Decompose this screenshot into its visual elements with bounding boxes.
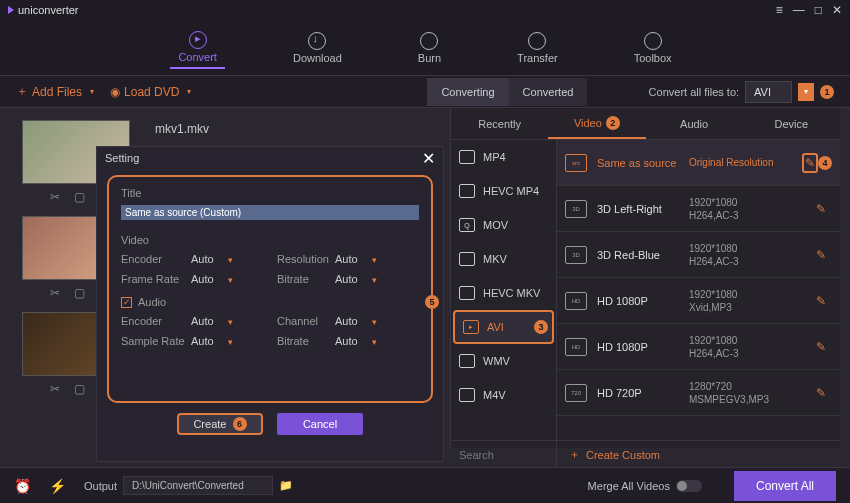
tab-video[interactable]: Video2 (548, 108, 645, 139)
flash-icon[interactable]: ⚡ (49, 478, 66, 494)
format-m4v[interactable]: M4V (451, 378, 556, 412)
toolbar: ＋ Add Files▾ ◉ Load DVD▾ Converting Conv… (0, 76, 850, 108)
resolution-list: src Same as source Original Resolution ✎… (557, 140, 840, 440)
tab-converted[interactable]: Converted (509, 78, 588, 106)
video-section-label: Video (121, 234, 419, 246)
close-icon[interactable]: ✕ (422, 149, 435, 168)
cut-icon[interactable]: ✂ (50, 190, 60, 204)
audio-encoder-label: Encoder (121, 315, 191, 327)
app-name: uniconverter (18, 4, 79, 16)
nav-transfer[interactable]: Transfer (509, 28, 566, 68)
file-icon (459, 252, 475, 266)
resolution-item[interactable]: HDHD 1080P1920*1080H264,AC-3✎ (557, 324, 840, 370)
audio-checkbox[interactable]: ✓ (121, 297, 132, 308)
audio-encoder-select[interactable]: Auto (191, 314, 249, 328)
video-encoder-select[interactable]: Auto (191, 252, 249, 266)
merge-label: Merge All Videos (588, 480, 670, 492)
file-name: mkv1.mkv (155, 122, 209, 136)
framerate-label: Frame Rate (121, 273, 191, 285)
close-icon[interactable]: ✕ (832, 3, 842, 17)
resolution-item[interactable]: 3D3D Red-Blue1920*1080H264,AC-3✎ (557, 232, 840, 278)
alarm-icon[interactable]: ⏰ (14, 478, 31, 494)
audio-bitrate-label: Bitrate (277, 335, 335, 347)
step-badge-3: 3 (534, 320, 548, 334)
audio-bitrate-select[interactable]: Auto (335, 334, 393, 348)
format-mkv[interactable]: MKV (451, 242, 556, 276)
resolution-item[interactable]: HDHD 1080P1920*1080Xvid,MP3✎ (557, 278, 840, 324)
download-icon (308, 32, 326, 50)
setting-dialog: Setting ✕ Title Video Encoder Auto Resol… (96, 146, 444, 462)
preset-icon: HD (565, 292, 587, 310)
samplerate-select[interactable]: Auto (191, 334, 249, 348)
create-button[interactable]: Create 6 (177, 413, 263, 435)
title-input[interactable] (121, 205, 419, 220)
output-label: Output (84, 480, 117, 492)
cancel-button[interactable]: Cancel (277, 413, 363, 435)
menu-icon[interactable]: ≡ (776, 3, 783, 17)
format-avi[interactable]: ▸AVI3 (453, 310, 554, 344)
tab-recently[interactable]: Recently (451, 108, 548, 139)
maximize-icon[interactable]: □ (815, 3, 822, 17)
preset-icon: src (565, 154, 587, 172)
format-select[interactable]: AVI (745, 81, 792, 103)
resolution-select[interactable]: Auto (335, 252, 393, 266)
cut-icon[interactable]: ✂ (50, 286, 60, 300)
format-mov[interactable]: QMOV (451, 208, 556, 242)
channel-select[interactable]: Auto (335, 314, 393, 328)
dialog-title: Setting (105, 152, 139, 164)
format-hevc-mp4[interactable]: HEVC MP4 (451, 174, 556, 208)
tab-audio[interactable]: Audio (646, 108, 743, 139)
format-mp4[interactable]: MP4 (451, 140, 556, 174)
minimize-icon[interactable]: — (793, 3, 805, 17)
cut-icon[interactable]: ✂ (50, 382, 60, 396)
convert-icon (189, 31, 207, 49)
step-badge-4: 4 (818, 156, 832, 170)
crop-icon[interactable]: ▢ (74, 190, 85, 204)
nav-burn[interactable]: Burn (410, 28, 449, 68)
output-path[interactable]: D:\UniConvert\Converted (123, 476, 273, 495)
bitrate-label: Bitrate (277, 273, 335, 285)
edit-icon[interactable]: ✎ (816, 340, 832, 354)
edit-icon[interactable]: ✎ (816, 386, 832, 400)
tab-device[interactable]: Device (743, 108, 840, 139)
edit-icon[interactable]: ✎ (816, 202, 832, 216)
format-dropdown-button[interactable]: ▾ (798, 83, 814, 101)
nav-convert[interactable]: Convert (170, 27, 225, 69)
toolbox-icon (644, 32, 662, 50)
preset-icon: HD (565, 338, 587, 356)
nav-toolbox[interactable]: Toolbox (626, 28, 680, 68)
title-label: Title (121, 187, 419, 199)
search-input[interactable]: Search (451, 441, 557, 468)
resolution-item[interactable]: src Same as source Original Resolution ✎… (557, 140, 840, 186)
titlebar: uniconverter ≡ — □ ✕ (0, 0, 850, 20)
framerate-select[interactable]: Auto (191, 272, 249, 286)
browse-icon[interactable]: 📁 (279, 479, 293, 492)
crop-icon[interactable]: ▢ (74, 382, 85, 396)
load-dvd-button[interactable]: ◉ Load DVD▾ (110, 85, 191, 99)
file-icon: ▸ (463, 320, 479, 334)
edit-icon[interactable]: ✎ (802, 153, 818, 173)
format-panel: Recently Video2 Audio Device MP4 HEVC MP… (450, 108, 840, 448)
convert-all-button[interactable]: Convert All (734, 471, 836, 501)
nav-download[interactable]: Download (285, 28, 350, 68)
add-files-button[interactable]: ＋ Add Files▾ (16, 83, 94, 100)
chevron-down-icon[interactable]: ▾ (187, 87, 191, 96)
format-wmv[interactable]: WMV (451, 344, 556, 378)
video-bitrate-select[interactable]: Auto (335, 272, 393, 286)
main-nav: Convert Download Burn Transfer Toolbox (0, 20, 850, 76)
create-custom-button[interactable]: ＋ Create Custom (557, 447, 660, 462)
chevron-down-icon[interactable]: ▾ (90, 87, 94, 96)
file-icon (459, 286, 475, 300)
tab-converting[interactable]: Converting (427, 78, 508, 106)
edit-icon[interactable]: ✎ (816, 294, 832, 308)
window-controls: ≡ — □ ✕ (776, 3, 842, 17)
edit-icon[interactable]: ✎ (816, 248, 832, 262)
step-badge-5: 5 (425, 295, 439, 309)
merge-toggle[interactable] (676, 480, 702, 492)
step-badge-6: 6 (233, 417, 247, 431)
resolution-item[interactable]: 3D3D Left-Right1920*1080H264,AC-3✎ (557, 186, 840, 232)
step-badge-2: 2 (606, 116, 620, 130)
resolution-item[interactable]: 720HD 720P1280*720MSMPEGV3,MP3✎ (557, 370, 840, 416)
crop-icon[interactable]: ▢ (74, 286, 85, 300)
format-hevc-mkv[interactable]: HEVC MKV (451, 276, 556, 310)
